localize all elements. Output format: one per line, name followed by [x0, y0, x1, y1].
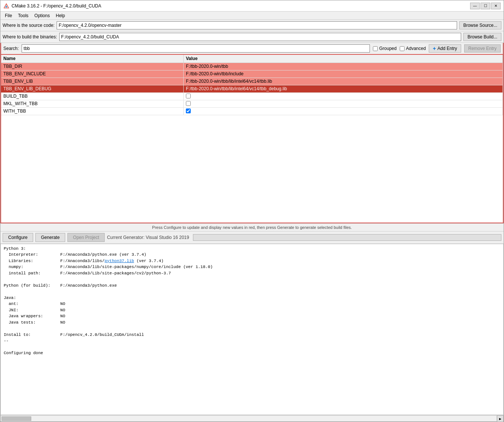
- generate-button[interactable]: Generate: [35, 233, 65, 242]
- build-tbb-checkbox[interactable]: [186, 94, 191, 98]
- cell-value-4: [184, 93, 503, 100]
- cmake-icon: [3, 3, 9, 9]
- close-button[interactable]: ✕: [491, 3, 501, 9]
- header-value: Value: [184, 55, 503, 63]
- log-line: Configuring done: [4, 350, 500, 356]
- log-line: JNI: NO: [4, 307, 500, 314]
- menu-tools[interactable]: Tools: [15, 12, 31, 19]
- scroll-right-button[interactable]: ►: [497, 415, 504, 422]
- log-line: numpy: F:/Anaconda3/lib/site-packages/nu…: [4, 264, 500, 270]
- table-header: Name Value: [1, 55, 503, 63]
- build-input[interactable]: [59, 33, 461, 41]
- table-row[interactable]: TBB_ENV_INCLUDE F:/tbb-2020.0-win/tbb/in…: [1, 70, 503, 78]
- source-input[interactable]: [57, 21, 457, 29]
- log-line: ant: NO: [4, 301, 500, 307]
- search-options-bar: Search: Grouped Advanced + Add Entry Rem…: [0, 43, 504, 54]
- log-line: Python (for build): F:/Anaconda3/python.…: [4, 283, 500, 289]
- scroll-thumb[interactable]: [1, 416, 31, 421]
- browse-source-button[interactable]: Browse Source...: [459, 21, 501, 29]
- add-entry-label: Add Entry: [437, 46, 457, 51]
- table-row[interactable]: BUILD_TBB: [1, 93, 503, 100]
- search-label: Search:: [3, 46, 19, 51]
- cell-value-1: F:/tbb-2020.0-win/tbb/include: [184, 70, 503, 78]
- minimize-button[interactable]: —: [470, 3, 480, 9]
- table-row[interactable]: WITH_TBB: [1, 108, 503, 115]
- log-line: Interpreter: F:/Anaconda3/python.exe (ve…: [4, 252, 500, 258]
- log-line: --: [4, 338, 500, 344]
- build-label: Where to build the binaries:: [3, 34, 57, 40]
- source-code-row: Where is the source code: Browse Source.…: [0, 20, 504, 31]
- generator-text: Current Generator: Visual Studio 16 2019: [107, 235, 189, 240]
- grouped-checkbox-group: Grouped: [373, 46, 397, 51]
- log-line: [4, 289, 500, 295]
- progress-bar: [193, 234, 501, 241]
- advanced-checkbox-group: Advanced: [400, 46, 426, 51]
- cell-value-6: [184, 108, 503, 115]
- cmake-table: Name Value TBB_DIR F:/tbb-2020.0-win/tbb…: [0, 54, 504, 223]
- log-line: [4, 325, 500, 332]
- log-line: [4, 276, 500, 283]
- bottom-toolbar: Configure Generate Open Project Current …: [0, 232, 504, 244]
- log-line: Java tests: NO: [4, 319, 500, 326]
- grouped-checkbox[interactable]: [373, 46, 378, 51]
- log-line: [4, 344, 500, 350]
- log-line: install path: F:/Anaconda3/Lib/site-pack…: [4, 270, 500, 277]
- table-row[interactable]: TBB_ENV_LIB F:/tbb-2020.0-win/tbb/lib/in…: [1, 78, 503, 85]
- table-row[interactable]: TBB_DIR F:/tbb-2020.0-win/tbb: [1, 63, 503, 70]
- header-name: Name: [1, 55, 184, 63]
- cell-value-5: [184, 100, 503, 107]
- cell-name-4: BUILD_TBB: [1, 93, 184, 100]
- cell-name-6: WITH_TBB: [1, 108, 184, 115]
- cell-value-0: F:/tbb-2020.0-win/tbb: [184, 63, 503, 70]
- status-bar: Press Configure to update and display ne…: [0, 223, 504, 232]
- title-bar: CMake 3.16.2 - F:/opencv_4.2.0/build_CUD…: [0, 0, 504, 12]
- with-tbb-checkbox[interactable]: [186, 108, 191, 113]
- menu-bar: File Tools Options Help: [0, 12, 504, 20]
- status-text: Press Configure to update and display ne…: [152, 225, 352, 230]
- browse-build-button[interactable]: Browse Build...: [463, 33, 501, 41]
- add-entry-button[interactable]: + Add Entry: [429, 44, 461, 53]
- grouped-label: Grouped: [379, 46, 397, 51]
- plus-icon: +: [433, 45, 436, 51]
- log-area[interactable]: Python 3: Interpreter: F:/Anaconda3/pyth…: [0, 244, 504, 415]
- menu-options[interactable]: Options: [31, 12, 53, 19]
- table-body: TBB_DIR F:/tbb-2020.0-win/tbb TBB_ENV_IN…: [1, 63, 503, 223]
- maximize-button[interactable]: ☐: [481, 3, 490, 9]
- title-bar-text: CMake 3.16.2 - F:/opencv_4.2.0/build_CUD…: [12, 3, 470, 9]
- log-line: Install to: F:/opencv_4.2.0/build_CUDA/i…: [4, 332, 500, 338]
- horizontal-scrollbar[interactable]: [0, 415, 497, 422]
- configure-button[interactable]: Configure: [3, 233, 33, 242]
- cell-name-2: TBB_ENV_LIB: [1, 78, 184, 85]
- cell-name-3: TBB_ENV_LIB_DEBUG: [1, 85, 184, 92]
- table-row[interactable]: MKL_WITH_TBB: [1, 100, 503, 108]
- cell-name-1: TBB_ENV_INCLUDE: [1, 70, 184, 78]
- cell-name-5: MKL_WITH_TBB: [1, 100, 184, 107]
- menu-file[interactable]: File: [2, 12, 15, 19]
- log-line: Libraries: F:/Anaconda3/libs/python37.li…: [4, 258, 500, 264]
- build-binaries-row: Where to build the binaries: Browse Buil…: [0, 31, 504, 43]
- log-line: Java:: [4, 295, 500, 301]
- log-line: Java wrappers: NO: [4, 313, 500, 319]
- cell-name-0: TBB_DIR: [1, 63, 184, 70]
- cell-value-3: F:/tbb-2020.0-win/tbb/lib/intel64/vc14/t…: [184, 85, 503, 92]
- remove-entry-label: Remove Entry: [468, 46, 497, 51]
- advanced-checkbox[interactable]: [400, 46, 405, 51]
- source-label: Where is the source code:: [3, 23, 54, 28]
- advanced-label: Advanced: [406, 46, 426, 51]
- search-input[interactable]: [22, 44, 370, 53]
- cell-value-2: F:/tbb-2020.0-win/tbb/lib/intel64/vc14/t…: [184, 78, 503, 85]
- menu-help[interactable]: Help: [53, 12, 68, 19]
- horizontal-scrollbar-area: ►: [0, 415, 504, 422]
- main-window: CMake 3.16.2 - F:/opencv_4.2.0/build_CUD…: [0, 0, 504, 422]
- title-bar-controls: — ☐ ✕: [470, 3, 501, 9]
- table-row[interactable]: TBB_ENV_LIB_DEBUG F:/tbb-2020.0-win/tbb/…: [1, 85, 503, 93]
- mkl-with-tbb-checkbox[interactable]: [186, 101, 191, 106]
- log-link[interactable]: python37.lib: [105, 259, 134, 263]
- log-line: Python 3:: [4, 246, 500, 252]
- open-project-button[interactable]: Open Project: [67, 233, 105, 242]
- remove-entry-button[interactable]: Remove Entry: [464, 44, 501, 53]
